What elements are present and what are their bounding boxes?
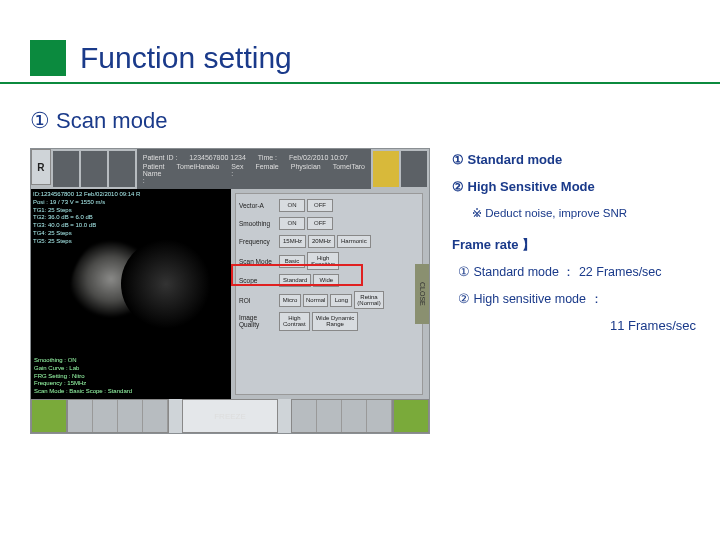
label-imagequality: Image Quality — [239, 314, 279, 328]
readout-line: TG1: 25 Steps — [33, 207, 140, 215]
smoothing-off-button[interactable]: OFF — [307, 217, 333, 230]
readout-line: TG2: 36.0 dB = 6.0 dB — [33, 214, 140, 222]
time-value: Feb/02/2010 10:07 — [289, 154, 348, 161]
patient-id-label: Patient ID : — [143, 154, 178, 161]
icon-cell[interactable] — [81, 151, 107, 187]
brand-logo: R — [31, 149, 51, 185]
page-title: Function setting — [80, 41, 292, 75]
patient-id: 1234567800 1234 — [189, 154, 245, 161]
time-label: Time : — [258, 154, 277, 161]
top-right-icons — [371, 149, 429, 189]
bottom-cell[interactable] — [367, 400, 392, 432]
title-bar: Function setting — [0, 0, 720, 84]
freq-harmonic-button[interactable]: Harmonic — [337, 235, 371, 248]
bottom-cell[interactable] — [118, 400, 143, 432]
iq-highcontrast-button[interactable]: High Contrast — [279, 312, 310, 330]
smoothing-on-button[interactable]: ON — [279, 217, 305, 230]
bottom-cell[interactable] — [143, 400, 168, 432]
mode-highsensitive-note: ※ Deduct noise, improve SNR — [472, 206, 696, 220]
eye-icon[interactable] — [401, 151, 427, 187]
patient-name: TomeiHanako — [177, 163, 220, 184]
roi-normal-button[interactable]: Normal — [303, 294, 328, 307]
sex-label: Sex : — [231, 163, 243, 184]
roi-micro-button[interactable]: Micro — [279, 294, 301, 307]
framerate-title: Frame rate 】 — [452, 236, 696, 254]
us-readout-bottom: Smoothing : ON Gain Curve : Lab FRG Sett… — [34, 357, 132, 396]
vector-on-button[interactable]: ON — [279, 199, 305, 212]
patient-name-label: Patient Name : — [143, 163, 165, 184]
top-left-icons — [51, 149, 137, 189]
label-roi: ROI — [239, 297, 279, 304]
roi-retina-button[interactable]: Retina (Normal) — [354, 291, 383, 309]
label-smoothing: Smoothing — [239, 220, 279, 227]
bottom-cell[interactable] — [68, 400, 93, 432]
label-frequency: Frequency — [239, 238, 279, 245]
readout-line: Smoothing : ON — [34, 357, 132, 365]
ultrasound-view: ID:1234567800 12 Feb/02/2010 09:14 R Pos… — [31, 189, 231, 399]
icon-cell[interactable] — [53, 151, 79, 187]
freq-20-button[interactable]: 20MHz — [308, 235, 335, 248]
bottom-cell[interactable] — [342, 400, 367, 432]
iq-widedr-button[interactable]: Wide Dynamic Range — [312, 312, 359, 330]
readout-line: Gain Curve : Lab — [34, 365, 132, 373]
readout-line: FRG Setting : Nitro — [34, 373, 132, 381]
physician-label: Physician — [291, 163, 321, 184]
bottom-cell[interactable] — [292, 400, 317, 432]
bottom-cluster-left — [67, 399, 169, 433]
framerate-highsensitive-value: 11 Frames/sec — [452, 318, 696, 333]
readout-line: Frequency : 15MHz — [34, 380, 132, 388]
us-image-shape — [121, 239, 211, 329]
bottom-green-button[interactable] — [31, 399, 67, 433]
physician-value: TomeiTaro — [333, 163, 365, 184]
freeze-button[interactable]: FREEZE — [182, 399, 278, 433]
bottom-cell[interactable] — [317, 400, 342, 432]
settings-panel: Vector-A ON OFF Smoothing ON OFF Frequen… — [231, 189, 429, 399]
label-vector: Vector-A — [239, 202, 279, 209]
patient-info: Patient ID : 1234567800 1234 Time : Feb/… — [137, 149, 371, 189]
readout-line: ID:1234567800 12 Feb/02/2010 09:14 R — [33, 191, 140, 199]
highlight-scanmode — [231, 264, 363, 286]
readout-line: Posi : 19 / 73 V = 1550 m/s — [33, 199, 140, 207]
icon-cell[interactable] — [109, 151, 135, 187]
mode-standard: ① Standard mode — [452, 152, 696, 167]
title-accent-square — [30, 40, 66, 76]
screenshot-topbar: R Patient ID : 1234567800 1234 Time : Fe… — [31, 149, 429, 189]
bottom-green-button[interactable] — [393, 399, 429, 433]
framerate-highsensitive: ② High sensitive mode ： — [458, 291, 696, 308]
lamp-icon[interactable] — [373, 151, 399, 187]
vector-off-button[interactable]: OFF — [307, 199, 333, 212]
screenshot-bottombar: FREEZE — [31, 399, 429, 433]
section-subtitle: ① Scan mode — [0, 84, 720, 148]
screenshot-body: ID:1234567800 12 Feb/02/2010 09:14 R Pos… — [31, 189, 429, 399]
description-sidebar: ① Standard mode ② High Sensitive Mode ※ … — [452, 148, 696, 434]
bottom-cell[interactable] — [93, 400, 118, 432]
readout-line: TG3: 40.0 dB = 10.0 dB — [33, 222, 140, 230]
bottom-cluster-right — [291, 399, 393, 433]
close-tab[interactable]: CLOSE — [415, 264, 429, 324]
readout-line: Scan Mode : Basic Scope : Standard — [34, 388, 132, 396]
main-content: R Patient ID : 1234567800 1234 Time : Fe… — [0, 148, 720, 434]
sex-value: Female — [255, 163, 278, 184]
freq-15-button[interactable]: 15MHz — [279, 235, 306, 248]
mode-highsensitive: ② High Sensitive Mode — [452, 179, 696, 194]
roi-long-button[interactable]: Long — [330, 294, 352, 307]
device-screenshot: R Patient ID : 1234567800 1234 Time : Fe… — [30, 148, 430, 434]
framerate-standard: ① Standard mode ： 22 Frames/sec — [458, 264, 696, 281]
panel-inner: Vector-A ON OFF Smoothing ON OFF Frequen… — [235, 193, 423, 395]
